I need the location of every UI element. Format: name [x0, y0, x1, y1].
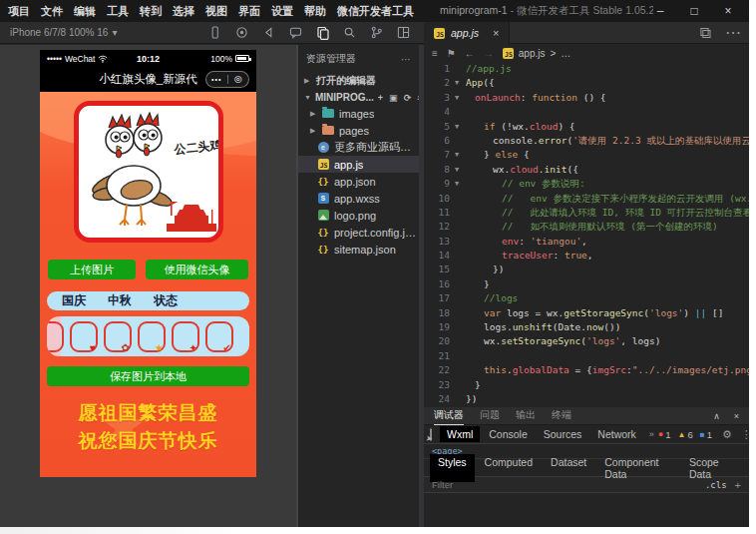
- info-badge[interactable]: ■1: [700, 429, 712, 440]
- project-section[interactable]: ▼ MINIPROG... + ▣ ⟳ ≡: [298, 90, 419, 105]
- frame-option-4[interactable]: ★: [138, 321, 166, 352]
- line-number: 9: [424, 177, 450, 191]
- split-editor-icon[interactable]: ⧉: [700, 24, 711, 42]
- code-editor[interactable]: ≡ ⚑ ← → JS app.js > … 1//app.js2▼App({3▼…: [424, 45, 749, 407]
- capsule-button[interactable]: ••• ◎: [205, 71, 249, 88]
- inspector-tab-Component-Data[interactable]: Component Data: [596, 454, 679, 482]
- panel-tab-问题[interactable]: 问题: [480, 406, 500, 425]
- frame-option-5[interactable]: ✦: [172, 321, 199, 352]
- file-row-project.config.json[interactable]: {}project.config.json: [298, 224, 419, 241]
- panel-tab-终端[interactable]: 终端: [552, 406, 571, 425]
- editor-menu-icon[interactable]: ≡: [432, 48, 438, 59]
- fold-icon[interactable]: ▼: [450, 177, 464, 191]
- nav-back-icon[interactable]: ←: [465, 48, 475, 59]
- record-icon[interactable]: [234, 25, 249, 40]
- panel-tab-输出[interactable]: 输出: [516, 406, 536, 425]
- file-row-sitemap.json[interactable]: {}sitemap.json: [298, 241, 419, 258]
- layout-grid-icon[interactable]: [396, 25, 411, 40]
- open-editors-section[interactable]: ▶ 打开的编辑器: [298, 72, 419, 90]
- warning-badge[interactable]: ▲6: [678, 429, 693, 440]
- menu-item-设置[interactable]: 设置: [271, 4, 293, 19]
- code-text: }: [464, 378, 481, 392]
- back-icon[interactable]: [261, 25, 276, 40]
- branch-icon[interactable]: [369, 25, 384, 40]
- explorer-more-icon[interactable]: ⋯: [401, 54, 411, 65]
- search-icon[interactable]: [342, 25, 357, 40]
- maximize-icon[interactable]: □: [687, 0, 701, 22]
- chat-icon[interactable]: [288, 25, 303, 40]
- devtools-settings-icon[interactable]: ⚙: [722, 428, 732, 441]
- fold-icon[interactable]: ▼: [450, 148, 464, 162]
- tab-close-icon[interactable]: ×: [493, 27, 499, 39]
- minimize-icon[interactable]: –: [653, 0, 667, 22]
- devtools-tab-Console[interactable]: Console: [482, 426, 535, 442]
- file-row-app.wxss[interactable]: Sapp.wxss: [298, 190, 419, 207]
- theme-tab-状态[interactable]: 状态: [154, 292, 178, 309]
- add-style-icon[interactable]: +: [735, 479, 741, 491]
- menu-item-视图[interactable]: 视图: [205, 4, 227, 19]
- toggle-class-button[interactable]: .cls: [705, 480, 727, 490]
- fold-icon[interactable]: ▼: [450, 120, 464, 134]
- menu-item-项目[interactable]: 项目: [8, 4, 30, 19]
- file-row-app.js[interactable]: JSapp.js: [298, 156, 419, 173]
- compile-icon[interactable]: [315, 25, 330, 40]
- inspector-tab-Styles[interactable]: Styles: [430, 454, 475, 482]
- toolbar-more-icon[interactable]: ⋯: [725, 23, 741, 42]
- breadcrumb-more[interactable]: …: [561, 48, 570, 59]
- device-selector[interactable]: iPhone 6/7/8 100% 16 ▾: [0, 27, 127, 38]
- menu-item-帮助[interactable]: 帮助: [304, 4, 326, 19]
- inspector-tab-Dataset[interactable]: Dataset: [543, 454, 594, 482]
- file-row-更多商业源码分享.url[interactable]: e更多商业源码分享.url: [298, 139, 419, 156]
- close-icon[interactable]: ×: [721, 0, 735, 22]
- line-number: 2: [424, 76, 450, 90]
- panel-tab-调试器[interactable]: 调试器: [434, 406, 464, 425]
- device-preview-icon[interactable]: [207, 25, 222, 40]
- menu-item-工具[interactable]: 工具: [107, 4, 129, 19]
- filter-input[interactable]: Filter: [432, 479, 705, 490]
- devtools-tab-Sources[interactable]: Sources: [537, 426, 589, 442]
- menu-item-选择[interactable]: 选择: [173, 4, 194, 19]
- capsule-more-icon[interactable]: •••: [206, 76, 227, 83]
- breadcrumb-file[interactable]: app.js: [519, 48, 546, 59]
- menu-item-转到[interactable]: 转到: [140, 4, 162, 19]
- refresh-icon[interactable]: ⟳: [404, 93, 412, 103]
- inspector-tab-Computed[interactable]: Computed: [477, 454, 541, 482]
- nav-forward-icon[interactable]: →: [484, 48, 494, 59]
- file-row-pages[interactable]: ▶pages: [298, 122, 419, 139]
- avatar-preview-card[interactable]: 公二头鸡: [74, 101, 223, 243]
- inspector-tab-Scope-Data[interactable]: Scope Data: [681, 454, 743, 482]
- menu-item-界面[interactable]: 界面: [238, 4, 260, 19]
- menu-item-微信开发者工具[interactable]: 微信开发者工具: [337, 4, 414, 19]
- menu-item-文件[interactable]: 文件: [41, 4, 63, 19]
- file-row-logo.png[interactable]: logo.png: [298, 207, 419, 224]
- theme-tab-中秋[interactable]: 中秋: [108, 292, 132, 309]
- devtools-tab-Wxml[interactable]: Wxml: [440, 426, 480, 442]
- inspect-element-icon[interactable]: [430, 428, 432, 441]
- open-file-tab[interactable]: JS app.js ×: [424, 22, 510, 44]
- capsule-home-icon[interactable]: ◎: [228, 74, 249, 84]
- fold-icon[interactable]: ▼: [450, 91, 464, 105]
- frame-option-1[interactable]: [47, 321, 64, 352]
- use-wechat-avatar-button[interactable]: 使用微信头像: [146, 260, 248, 279]
- panel-collapse-icon[interactable]: ∧: [713, 411, 720, 421]
- frame-option-3[interactable]: ✿: [104, 321, 132, 352]
- menu-item-编辑[interactable]: 编辑: [74, 4, 96, 19]
- bookmark-icon[interactable]: ⚑: [447, 48, 456, 59]
- file-row-app.json[interactable]: {}app.json: [298, 173, 419, 190]
- code-area[interactable]: 1//app.js2▼App({3▼onLaunch: function () …: [424, 62, 749, 406]
- new-file-icon[interactable]: +: [378, 93, 383, 103]
- fold-icon[interactable]: ▼: [450, 163, 464, 177]
- panel-close-icon[interactable]: ×: [734, 411, 739, 421]
- fold-icon[interactable]: ▼: [450, 76, 464, 90]
- frame-decoration-icon: ✔: [223, 343, 231, 353]
- frame-option-6[interactable]: ✔: [205, 321, 233, 352]
- frame-option-2[interactable]: ♥: [70, 321, 98, 352]
- file-row-images[interactable]: ▶images: [298, 105, 419, 122]
- upload-image-button[interactable]: 上传图片: [48, 260, 136, 279]
- devtools-more-icon[interactable]: ⋮: [741, 428, 749, 441]
- devtools-tab-Network[interactable]: Network: [590, 426, 643, 442]
- more-tabs-icon[interactable]: »: [649, 429, 654, 439]
- theme-tab-国庆[interactable]: 国庆: [62, 292, 86, 309]
- new-folder-icon[interactable]: ▣: [389, 93, 398, 103]
- error-badge[interactable]: ●1: [658, 429, 671, 440]
